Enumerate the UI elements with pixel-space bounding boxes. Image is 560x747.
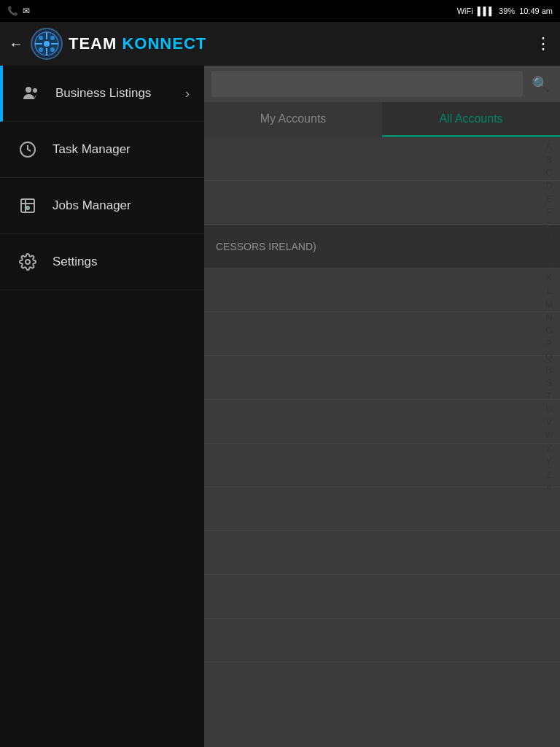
status-left-icons: 📞 ✉ (7, 6, 30, 16)
app-title: TEAM KONNECT (69, 34, 206, 53)
logo-container: TEAM KONNECT (31, 28, 206, 60)
alpha-R[interactable]: R (546, 363, 553, 376)
svg-point-7 (50, 36, 55, 40)
status-right-info: WiFi ▌▌▌ 39% 10:49 am (457, 7, 553, 15)
sidebar-item-jobs-manager[interactable]: Jobs Manager (0, 178, 204, 234)
jobs-manager-label: Jobs Manager (52, 198, 190, 213)
alpha-C[interactable]: C (546, 166, 553, 179)
business-listings-icon (18, 80, 44, 107)
sidebar-item-settings[interactable]: Settings (0, 234, 204, 290)
alpha-Y[interactable]: Y (546, 455, 552, 468)
alpha-P[interactable]: P (546, 337, 552, 350)
top-bar: ← TEAM KONNECT ⋮ (0, 22, 560, 66)
alpha-M[interactable]: M (545, 298, 553, 311)
logo-icon (31, 28, 63, 60)
svg-point-6 (39, 36, 43, 40)
svg-point-1 (44, 41, 50, 47)
settings-label: Settings (52, 255, 190, 269)
alpha-U[interactable]: U (546, 403, 553, 416)
app-layout: Business Listings › Task Manager Jobs Ma… (0, 66, 560, 747)
alpha-W[interactable]: W (545, 429, 553, 442)
alpha-B[interactable]: B (546, 153, 552, 166)
more-menu-icon[interactable]: ⋮ (535, 34, 551, 53)
main-content: 🔍 My Accounts All Accounts CESSORS IRELA… (204, 66, 560, 747)
main-overlay[interactable] (204, 66, 560, 747)
alpha-H[interactable]: H (546, 232, 553, 245)
alpha-X[interactable]: X (546, 442, 552, 455)
alphabet-index: A B C D E F G H I J K L M N O P Q R S T … (538, 137, 560, 498)
alpha-E[interactable]: E (546, 193, 552, 206)
settings-icon (15, 249, 41, 275)
svg-point-8 (39, 47, 43, 52)
alpha-hash[interactable]: # (547, 481, 552, 495)
sidebar-item-task-manager[interactable]: Task Manager (0, 122, 204, 178)
alpha-J[interactable]: J (547, 258, 551, 271)
alpha-S[interactable]: S (546, 376, 552, 390)
alpha-F[interactable]: F (546, 206, 551, 219)
wifi-icon: WiFi (457, 7, 473, 15)
logo-team: TEAM (69, 34, 122, 53)
alpha-I[interactable]: I (548, 245, 550, 258)
back-button[interactable]: ← (9, 36, 23, 53)
svg-point-11 (33, 88, 37, 93)
task-manager-label: Task Manager (52, 142, 190, 157)
clock: 10:49 am (519, 7, 553, 15)
alpha-L[interactable]: L (547, 285, 552, 298)
alpha-V[interactable]: V (546, 416, 552, 429)
business-listings-arrow: › (185, 86, 190, 101)
alpha-G[interactable]: G (545, 219, 552, 232)
alpha-T[interactable]: T (546, 390, 551, 403)
task-manager-icon (15, 136, 41, 163)
alpha-Z[interactable]: Z (546, 468, 551, 481)
battery-level: 39% (499, 7, 515, 15)
alpha-Q[interactable]: Q (545, 350, 552, 363)
alpha-O[interactable]: O (545, 324, 552, 337)
signal-icon: ▌▌▌ (478, 7, 494, 15)
sidebar: Business Listings › Task Manager Jobs Ma… (0, 66, 204, 747)
alpha-N[interactable]: N (546, 311, 553, 324)
top-bar-left: ← TEAM KONNECT (9, 28, 206, 60)
email-icon: ✉ (23, 6, 30, 16)
phone-icon: 📞 (7, 6, 18, 16)
logo-konnect: KONNECT (122, 34, 206, 53)
svg-point-10 (26, 87, 31, 93)
svg-point-13 (26, 206, 29, 209)
status-bar: 📞 ✉ WiFi ▌▌▌ 39% 10:49 am (0, 0, 560, 22)
sidebar-item-business-listings[interactable]: Business Listings › (0, 66, 204, 122)
business-listings-label: Business Listings (55, 86, 185, 101)
jobs-manager-icon (15, 193, 41, 219)
alpha-D[interactable]: D (546, 179, 553, 193)
svg-point-9 (50, 47, 55, 52)
alpha-A[interactable]: A (546, 140, 552, 153)
alpha-K[interactable]: K (546, 271, 552, 285)
svg-point-14 (26, 260, 30, 264)
